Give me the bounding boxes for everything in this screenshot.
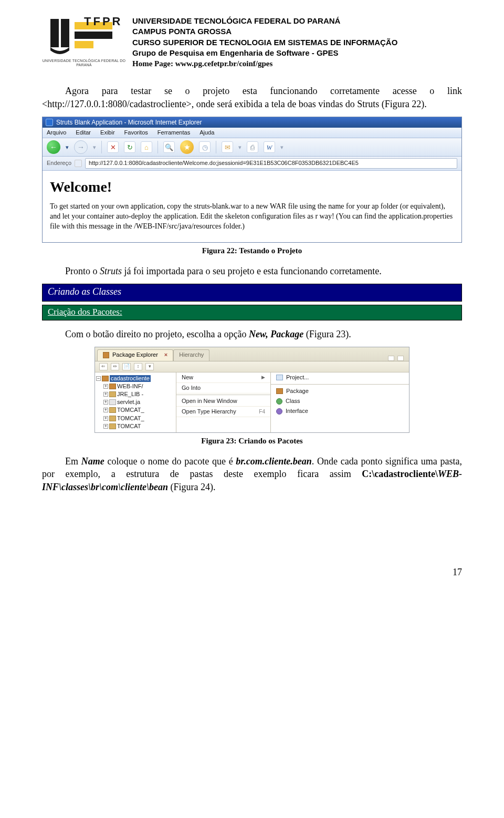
- sub-project[interactable]: Project...: [271, 372, 409, 382]
- mail-dropdown-icon[interactable]: ▾: [238, 144, 242, 151]
- ctx-new[interactable]: New▶: [176, 372, 270, 383]
- tab-hierarchy[interactable]: Hierarchy: [173, 349, 209, 360]
- tree-item-label: TOMCAT_: [117, 407, 144, 413]
- home-icon[interactable]: ⌂: [141, 141, 152, 153]
- stop-icon[interactable]: ✕: [107, 141, 119, 153]
- svg-rect-1: [61, 19, 69, 47]
- tree-item-label: JRE_LIB -: [117, 391, 143, 398]
- utfpr-logo-icon: TFPR: [47, 16, 121, 57]
- welcome-heading: Welcome!: [50, 178, 454, 196]
- expand-icon[interactable]: −: [96, 376, 101, 381]
- tree-item[interactable]: +TOMCAT: [103, 422, 175, 430]
- ctx-open-type-hierarchy-label: Open Type Hierarchy: [182, 408, 236, 415]
- package-explorer-tree: − cadastrocliente +WEB-INF/ +JRE_LIB - +…: [95, 372, 176, 432]
- favorites-icon[interactable]: ★: [180, 140, 194, 154]
- expand-icon[interactable]: +: [103, 400, 108, 405]
- print-icon[interactable]: ⎙: [247, 141, 258, 153]
- minimize-icon[interactable]: [388, 356, 394, 361]
- tree-item[interactable]: +WEB-INF/: [103, 382, 175, 390]
- tree-root-project[interactable]: − cadastrocliente: [96, 375, 175, 382]
- toolbar-separator-3: [216, 141, 216, 153]
- sort-icon[interactable]: ↕: [134, 363, 142, 370]
- svg-rect-4: [75, 41, 93, 48]
- tree-item-label: TOMCAT: [117, 423, 141, 430]
- tree-item[interactable]: +TOMCAT_: [103, 415, 175, 422]
- para1-suffix: >, onde será exibida a tela de boas vind…: [186, 99, 427, 109]
- mail-icon[interactable]: ✉: [222, 141, 233, 153]
- menu-ajuda[interactable]: Ajuda: [200, 129, 214, 136]
- menu-arquivo[interactable]: Arquivo: [47, 129, 66, 136]
- fig23-caption: Figura 23: Criando os Pacotes: [42, 436, 462, 446]
- expand-icon[interactable]: +: [103, 416, 108, 421]
- tree-item-label: servlet.ja: [117, 399, 140, 406]
- para-after-fig23: Em Name coloque o nome do pacote que é b…: [42, 455, 462, 493]
- search-icon[interactable]: 🔍: [163, 141, 175, 153]
- menu-separator: [176, 395, 270, 395]
- menu-editar[interactable]: Editar: [76, 129, 91, 136]
- para4-em: Em: [65, 456, 81, 467]
- expand-icon[interactable]: +: [103, 392, 108, 397]
- page-number: 17: [42, 567, 462, 578]
- menu-icon[interactable]: ▾: [145, 363, 154, 370]
- address-input[interactable]: http://127.0.0.1:8080/cadastrocliente/We…: [85, 158, 457, 168]
- back-dropdown-icon[interactable]: ▾: [66, 144, 69, 151]
- eclipse-view-toolbar: ⇐ ⇔ 📄 ↕ ▾: [95, 361, 409, 372]
- sub-package[interactable]: Package: [271, 386, 409, 396]
- tree-item[interactable]: +servlet.ja: [103, 398, 175, 406]
- tab-package-explorer[interactable]: Package Explorer ×: [97, 349, 173, 360]
- doc-header: TFPR UNIVERSIDADE TECNOLÓGICA FEDERAL DO…: [42, 16, 462, 69]
- refresh-icon[interactable]: ↻: [124, 141, 135, 153]
- view-toolbar-icons: [388, 356, 407, 361]
- forward-dropdown-icon[interactable]: ▾: [93, 144, 96, 151]
- logo: TFPR UNIVERSIDADE TECNOLÓGICA FEDERAL DO…: [42, 16, 126, 68]
- header-text-block: UNIVERSIDADE TECNOLÓGICA FEDERAL DO PARA…: [132, 16, 397, 69]
- sub-project-label: Project...: [286, 374, 309, 381]
- back-icon[interactable]: ←: [47, 140, 60, 154]
- tree-item-label: WEB-INF/: [117, 383, 143, 390]
- tree-item-label: TOMCAT_: [117, 415, 144, 422]
- para4-package-name: br.com.cliente.bean: [236, 456, 311, 467]
- browser-menu-bar: Arquivo Editar Exibir Favoritos Ferramen…: [43, 128, 461, 138]
- shortcut-f4: F4: [259, 409, 265, 415]
- fig22-caption: Figura 22: Testando o Projeto: [42, 246, 462, 255]
- tree-item[interactable]: +JRE_LIB -: [103, 390, 175, 398]
- para4-path-prefix: C:\cadastrocliente\: [362, 469, 438, 479]
- w-dropdown-icon[interactable]: ▾: [280, 144, 284, 151]
- submenu-arrow-icon: ▶: [261, 375, 265, 380]
- expand-icon[interactable]: +: [103, 408, 108, 412]
- project-icon: [276, 375, 283, 380]
- menu-ferramentas[interactable]: Ferramentas: [158, 129, 190, 136]
- maximize-icon[interactable]: [397, 356, 404, 361]
- para2-prefix: Pronto o: [65, 266, 100, 276]
- toolbar-separator-2: [158, 141, 158, 153]
- expand-icon[interactable]: +: [103, 424, 108, 429]
- expand-icon[interactable]: +: [103, 384, 108, 389]
- tree-item[interactable]: +TOMCAT_: [103, 406, 175, 414]
- forward-icon[interactable]: →: [74, 140, 88, 154]
- ctx-go-into[interactable]: Go Into: [176, 383, 270, 394]
- ctx-open-new-window-label: Open in New Window: [182, 398, 237, 405]
- ctx-open-type-hierarchy[interactable]: Open Type HierarchyF4: [176, 407, 270, 417]
- close-icon[interactable]: ×: [164, 351, 167, 358]
- menu-favoritos[interactable]: Favoritos: [124, 129, 148, 136]
- eclipse-body: − cadastrocliente +WEB-INF/ +JRE_LIB - +…: [95, 372, 409, 432]
- package-icon: [276, 388, 283, 394]
- library-icon: [109, 423, 116, 429]
- para-before-fig23: Com o botão direito no projeto, escolha …: [42, 328, 462, 340]
- logo-caption: UNIVERSIDADE TECNOLÓGICA FEDERAL DO PARA…: [42, 59, 126, 68]
- header-line-1: UNIVERSIDADE TECNOLÓGICA FEDERAL DO PARA…: [132, 16, 397, 26]
- header-homepage: Home Page: www.pg.cefetpr.br/coinf/gpes: [132, 58, 397, 69]
- para3-prefix: Com o botão direito no projeto, escolha …: [65, 329, 249, 339]
- history-icon[interactable]: ◷: [199, 141, 211, 153]
- edit-w-icon[interactable]: W: [264, 141, 275, 153]
- link-editor-icon[interactable]: ⇔: [111, 363, 119, 370]
- sub-class[interactable]: Class: [271, 396, 409, 406]
- ctx-open-new-window[interactable]: Open in New Window: [176, 396, 270, 407]
- menu-exibir[interactable]: Exibir: [100, 129, 115, 136]
- collapse-all-icon[interactable]: ⇐: [99, 363, 108, 370]
- submenu-separator: [271, 384, 409, 385]
- sub-interface[interactable]: Interface: [271, 406, 409, 416]
- address-label: Endereço: [47, 160, 71, 167]
- filter-icon[interactable]: 📄: [122, 363, 131, 370]
- welcome-paragraph: To get started on your own application, …: [50, 202, 454, 232]
